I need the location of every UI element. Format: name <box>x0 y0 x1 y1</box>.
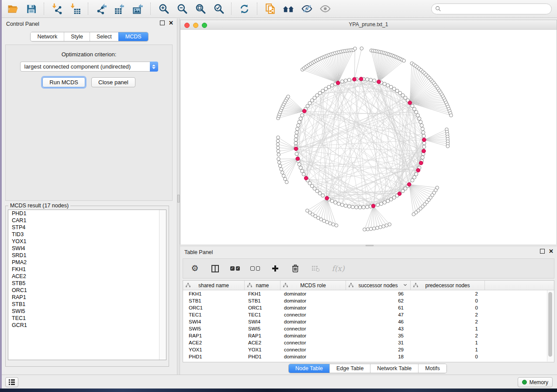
table-tab-node-table[interactable]: Node Table <box>289 364 329 373</box>
node-table[interactable]: shared namenameMCDS rolesuccessor nodesp… <box>183 280 554 362</box>
import-table-button[interactable] <box>69 3 81 15</box>
mcds-result-item[interactable]: YOX1 <box>8 238 166 245</box>
mcds-result-item[interactable]: ORC1 <box>8 287 166 294</box>
mcds-result-item[interactable]: FKH1 <box>8 266 166 273</box>
export-image-button[interactable] <box>132 3 144 15</box>
delete-table-button-disabled[interactable] <box>311 264 320 273</box>
mcds-list-scrollbar[interactable] <box>159 210 166 360</box>
task-history-button[interactable] <box>5 377 18 387</box>
select-all-columns-button[interactable]: ✓✓ <box>230 264 240 273</box>
export-network-icon <box>96 3 107 14</box>
run-mcds-button[interactable]: Run MCDS <box>42 77 85 87</box>
copy-network-button[interactable] <box>264 3 276 15</box>
mcds-result-item[interactable]: STB1 <box>8 301 166 308</box>
criterion-dropdown[interactable]: largest connected component (undirected) <box>20 62 158 72</box>
tab-mcds[interactable]: MCDS <box>118 32 148 41</box>
table-row[interactable]: PHD1PHD1dominator180 <box>183 353 554 360</box>
close-panel-icon[interactable]: ✕ <box>549 249 554 254</box>
close-panel-icon[interactable]: ✕ <box>169 21 173 25</box>
network-canvas[interactable] <box>180 30 557 244</box>
window-minimize-button[interactable] <box>193 23 198 28</box>
table-row[interactable]: SWI4SWI4dominator462 <box>183 318 554 325</box>
search-input[interactable] <box>443 5 548 12</box>
export-table-button[interactable] <box>114 3 125 15</box>
float-panel-icon[interactable] <box>160 21 165 25</box>
splitter-handle[interactable] <box>177 195 180 203</box>
mcds-result-item[interactable]: CAR1 <box>8 217 166 224</box>
mcds-result-item[interactable]: STB5 <box>8 280 166 287</box>
table-cell: 2 <box>411 319 485 324</box>
column-header-MCDS-role[interactable]: MCDS role <box>280 281 346 290</box>
mcds-result-item[interactable]: PMA2 <box>8 259 166 266</box>
close-panel-button[interactable]: Close panel <box>91 77 135 87</box>
window-maximize-button[interactable] <box>202 23 207 28</box>
mcds-result-item[interactable]: SRD1 <box>8 252 166 259</box>
open-file-button[interactable] <box>7 3 19 15</box>
float-panel-icon[interactable] <box>540 249 545 254</box>
mcds-result-item[interactable]: SWI5 <box>8 308 166 315</box>
memory-status-icon <box>522 380 527 385</box>
scrollbar-thumb[interactable] <box>548 292 552 357</box>
mcds-result-item[interactable]: TEC1 <box>8 315 166 322</box>
memory-label: Memory <box>529 379 548 385</box>
create-column-button[interactable] <box>270 264 280 273</box>
mcds-result-item[interactable]: PHD1 <box>8 210 166 217</box>
table-tab-motifs[interactable]: Motifs <box>418 364 446 373</box>
tab-select[interactable]: Select <box>90 32 118 41</box>
memory-button[interactable]: Memory <box>518 377 553 387</box>
show-columns-button[interactable] <box>210 264 220 273</box>
mcds-result-item[interactable]: SWI4 <box>8 245 166 252</box>
mcds-result-item[interactable]: STP4 <box>8 224 166 231</box>
column-header-successor-nodes[interactable]: successor nodes <box>346 281 411 290</box>
table-tab-edge-table[interactable]: Edge Table <box>329 364 370 373</box>
table-row[interactable]: YOX1YOX1connector291 <box>183 346 554 353</box>
zoom-selected-button[interactable] <box>213 3 225 15</box>
column-type-icon <box>283 283 288 288</box>
table-row[interactable]: TEC1TEC1connector472 <box>183 311 554 318</box>
table-row[interactable]: ORC1ORC1dominator610 <box>183 304 554 311</box>
table-row[interactable]: FKH1FKH1dominator962 <box>183 290 554 297</box>
table-cell: connector <box>280 326 346 331</box>
table-cell: TEC1 <box>183 312 245 317</box>
splitter-handle[interactable] <box>366 245 374 246</box>
table-row[interactable]: STB1STB1dominator620 <box>183 297 554 304</box>
eye-icon <box>319 3 331 14</box>
network-graph[interactable] <box>180 30 557 244</box>
network-window-titlebar[interactable]: YPA_prune.txt_1 <box>180 20 557 30</box>
tab-network[interactable]: Network <box>31 32 64 41</box>
hide-selected-button[interactable] <box>301 3 313 15</box>
show-all-button[interactable] <box>319 3 331 15</box>
search-field[interactable] <box>431 3 552 14</box>
table-tab-network-table[interactable]: Network Table <box>370 364 418 373</box>
delete-column-button[interactable] <box>291 264 300 273</box>
export-network-button[interactable] <box>95 3 107 15</box>
zoom-out-button[interactable] <box>176 3 188 15</box>
zoom-fit-button[interactable] <box>194 3 206 15</box>
table-row[interactable]: ACE2ACE2connector311 <box>183 339 554 346</box>
mcds-result-list[interactable]: PHD1CAR1STP4TID3YOX1SWI4SRD1PMA2FKH1ACE2… <box>8 210 166 360</box>
mcds-result-item[interactable]: RAP1 <box>8 294 166 301</box>
table-row[interactable]: SWI5SWI5connector431 <box>183 325 554 332</box>
function-builder-button-disabled[interactable]: f(x) <box>331 264 346 273</box>
save-session-button[interactable] <box>25 3 37 15</box>
table-settings-button[interactable]: ⚙ <box>190 264 200 273</box>
vertical-splitter[interactable] <box>177 18 180 375</box>
table-cell: dominator <box>280 298 346 303</box>
tab-style[interactable]: Style <box>64 32 90 41</box>
table-cell: 1 <box>411 340 485 345</box>
window-close-button[interactable] <box>184 23 190 28</box>
table-scrollbar[interactable] <box>547 290 554 361</box>
refresh-button[interactable] <box>239 3 250 15</box>
column-header-predecessor-nodes[interactable]: predecessor nodes <box>411 281 485 290</box>
table-row[interactable]: RAP1RAP1dominator352 <box>183 332 554 339</box>
column-header-shared-name[interactable]: shared name <box>183 281 245 290</box>
column-header-name[interactable]: name <box>245 281 280 290</box>
unselect-all-columns-button[interactable] <box>250 264 260 273</box>
houses-icon-button[interactable] <box>283 3 294 15</box>
import-network-button[interactable] <box>51 3 63 15</box>
mcds-result-item[interactable]: TID3 <box>8 231 166 238</box>
table-cell: connector <box>280 312 346 317</box>
zoom-in-button[interactable] <box>158 3 170 15</box>
mcds-result-item[interactable]: ACE2 <box>8 273 166 280</box>
mcds-result-item[interactable]: GCR1 <box>8 322 166 329</box>
